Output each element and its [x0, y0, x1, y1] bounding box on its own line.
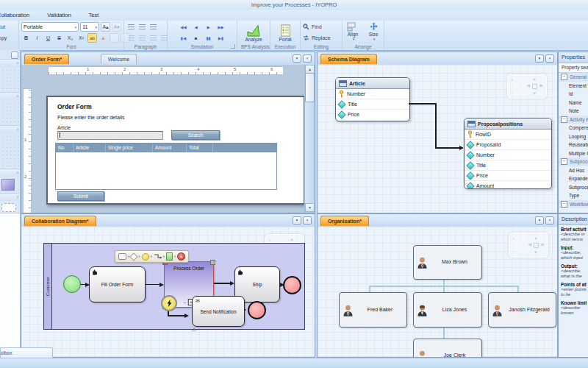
tab-organisation[interactable]: Organisation* [320, 216, 369, 226]
article-input[interactable] [57, 131, 163, 140]
cut-button[interactable]: Cut [0, 22, 6, 32]
size-button[interactable]: Size▾ [365, 22, 381, 41]
minimize-panel-icon[interactable]: ▾ [293, 216, 301, 224]
org-chart-canvas[interactable]: + − ◀ ▶ ▲ ▼ Max Brown Fred Baker [318, 227, 557, 357]
property-group[interactable]: −General Information [559, 73, 588, 82]
font-size-select[interactable]: 11▾ [80, 22, 99, 32]
collapse-icon[interactable]: − [561, 158, 567, 165]
pan-right-icon[interactable]: ▶ [541, 242, 545, 247]
add-event-icon[interactable] [142, 253, 149, 261]
property-group[interactable]: −Subprocess [559, 158, 588, 166]
strikethrough-button[interactable]: S [54, 33, 64, 43]
pan-left-icon[interactable]: ◀ [526, 83, 530, 88]
dialog-launcher-icon[interactable] [231, 44, 235, 49]
toolbox-section-header[interactable]: » [0, 169, 20, 177]
schema-canvas[interactable]: + − ◀ ▶ ▲ ▼ Article Number Title Price P… [318, 65, 557, 213]
pan-up-icon[interactable]: ▲ [290, 237, 294, 241]
collapse-icon[interactable]: − [561, 74, 567, 80]
tab-collaboration[interactable]: Collaboration [0, 10, 38, 21]
org-node-janosh-fitzgerald[interactable]: Janosh Fitzgerald [488, 292, 556, 328]
property-row[interactable]: Compensation [559, 124, 588, 132]
toolbox-section-header[interactable]: » [0, 193, 20, 201]
subscript-button[interactable]: X₂ [65, 33, 75, 43]
align-button[interactable]: Align▾ [345, 22, 361, 41]
play-icon[interactable]: ▶ [204, 22, 213, 32]
property-group[interactable]: −Activity Properties [559, 116, 588, 124]
selection-handle[interactable] [210, 260, 215, 265]
minimize-panel-icon[interactable]: ▾ [535, 54, 544, 63]
collapse-icon[interactable]: − [561, 116, 567, 123]
portal-button[interactable]: Portal [273, 22, 298, 43]
toolbox-section-header[interactable]: » [0, 92, 20, 100]
pan-plus-icon[interactable]: + [511, 77, 514, 82]
delete-shape-icon[interactable]: × [177, 252, 185, 261]
tab-welcome[interactable]: Welcome [101, 54, 137, 64]
rewind-icon[interactable]: ◀◀ [179, 22, 188, 32]
go-first-icon[interactable]: ▮◀ [179, 33, 188, 43]
property-row[interactable]: Subprocess Ref [559, 183, 588, 192]
vertical-scrollbar[interactable]: ▲ ▼ [304, 65, 314, 212]
collapse-icon[interactable]: − [561, 201, 567, 208]
bpmn-canvas[interactable]: + − ◀ ▶ ▲ ▼ Customer [21, 227, 315, 357]
fill-tool-icon[interactable] [110, 33, 119, 43]
property-row[interactable]: Type [559, 191, 588, 200]
grow-font-button[interactable]: A▴ [101, 22, 110, 32]
submit-button[interactable]: Submit [57, 191, 104, 201]
toolbox-bottom-tab[interactable]: Collaboration Toolbox [0, 347, 53, 358]
start-event[interactable] [63, 275, 81, 293]
fast-forward-icon[interactable]: ▶▶ [216, 22, 226, 32]
org-node-max-brown[interactable]: Max Brown [413, 245, 482, 280]
bold-button[interactable]: B [21, 33, 31, 43]
entity-article[interactable]: Article Number Title Price [335, 77, 410, 121]
indent-icon[interactable] [148, 22, 158, 32]
end-event[interactable] [248, 301, 266, 319]
tab-validation[interactable]: Validation [38, 10, 79, 21]
pan-minus-icon[interactable]: − [511, 91, 514, 95]
replace-button[interactable]: Replace [303, 33, 340, 43]
pan-left-icon[interactable]: ◀ [528, 242, 531, 247]
highlight-icon[interactable]: ab [87, 33, 97, 43]
property-row[interactable]: Multiple Instance [559, 149, 588, 158]
tab-order-form[interactable]: Order Form* [24, 54, 69, 64]
property-row[interactable]: Note [559, 107, 588, 116]
close-panel-icon[interactable]: × [303, 54, 312, 63]
pan-up-icon[interactable]: ▲ [534, 236, 538, 240]
list-icon[interactable] [126, 22, 136, 32]
property-row[interactable]: Reuseable [559, 141, 588, 149]
font-color-icon[interactable]: ▲ [98, 33, 108, 43]
scroll-down-icon[interactable]: ▼ [305, 203, 315, 212]
scroll-thumb[interactable] [305, 73, 315, 102]
property-row[interactable]: Expanded [559, 174, 588, 183]
task-fill-order-form[interactable]: Fill Order Form [89, 266, 146, 302]
tab-collaboration-diagram[interactable]: Collaboration Diagram* [24, 216, 96, 226]
close-panel-icon[interactable]: × [303, 216, 312, 224]
pan-right-icon[interactable]: ▶ [539, 83, 543, 88]
toolbox-section-header[interactable]: » [0, 59, 20, 67]
gradient-swatch[interactable] [1, 179, 15, 191]
pause-icon[interactable]: ▮▮ [204, 33, 213, 43]
property-row[interactable]: Ad Hoc [559, 166, 588, 175]
tab-test[interactable]: Test [80, 10, 108, 21]
add-gateway-icon[interactable] [130, 252, 138, 261]
close-panel-icon[interactable]: × [545, 216, 554, 224]
italic-button[interactable]: I [32, 33, 42, 43]
align-center-icon[interactable] [137, 33, 147, 43]
pan-up-icon[interactable]: ▲ [532, 77, 537, 81]
search-button[interactable]: Search [171, 130, 220, 140]
close-panel-icon[interactable]: × [545, 54, 554, 63]
property-row[interactable]: Element Type [559, 82, 588, 91]
tab-schema-diagram[interactable]: Schema Diagram [320, 54, 377, 64]
underline-button[interactable]: U [43, 33, 53, 43]
form-designer-canvas[interactable]: 1 2 3 4 5 6 1 2 Order Form Please enter … [21, 65, 315, 213]
org-node-liza-jones[interactable]: Liza Jones [413, 292, 482, 328]
pan-down-icon[interactable]: ▼ [532, 91, 537, 96]
end-event[interactable] [283, 276, 301, 294]
font-family-select[interactable]: Portable▾ [21, 22, 79, 32]
form-page[interactable]: Order Form Please enter the order detail… [46, 96, 305, 205]
minimize-panel-icon[interactable]: ▾ [535, 216, 544, 224]
align-left-icon[interactable] [126, 33, 136, 43]
go-last-icon[interactable]: ▶▮ [216, 33, 226, 43]
pan-center-icon[interactable] [532, 84, 537, 89]
toolbox-section-header[interactable]: » [0, 125, 20, 133]
step-back-icon[interactable]: ◀ [191, 22, 201, 32]
